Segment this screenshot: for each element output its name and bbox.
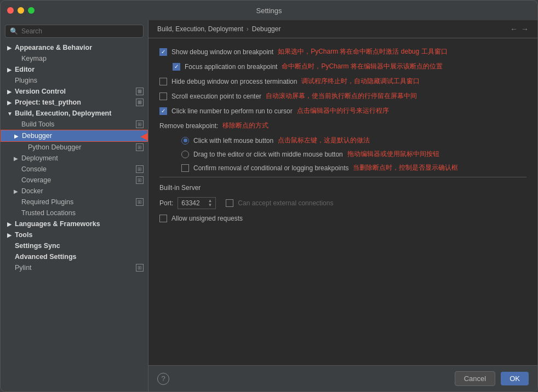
confirm-removal-label-cn: 当删除断点时，控制是否显示确认框 [353, 163, 458, 172]
ok-button[interactable]: OK [501, 372, 529, 385]
click-line-checkbox[interactable] [159, 107, 167, 115]
hide-debug-checkbox[interactable] [159, 78, 167, 85]
hide-debug-label-cn: 调试程序终止时，自动隐藏调试工具窗口 [301, 77, 420, 86]
drag-middle-radio-row: Drag to the editor or click with middle … [159, 149, 526, 159]
help-button[interactable]: ? [157, 373, 169, 385]
settings-icon: ⊞ [136, 88, 144, 95]
sidebar-item-appearance[interactable]: ▶ Appearance & Behavior [1, 42, 148, 53]
breadcrumb-current: Debugger [252, 25, 281, 33]
sidebar-item-coverage[interactable]: Coverage ⊞ [1, 175, 148, 186]
titlebar: Settings [1, 1, 537, 20]
sidebar-item-pylint[interactable]: Pylint ⊞ [1, 262, 148, 273]
sidebar-item-required-plugins[interactable]: Required Plugins ⊞ [1, 197, 148, 207]
traffic-lights [7, 7, 35, 14]
arrow-icon: ▶ [14, 155, 19, 162]
breadcrumb-parent: Build, Execution, Deployment [157, 25, 243, 33]
scroll-exec-label-cn: 自动滚动屏幕，使当前执行断点的行停留在屏幕中间 [266, 91, 417, 101]
external-connections-checkbox[interactable] [226, 199, 233, 207]
arrow-icon: ▶ [7, 45, 13, 51]
arrow-icon: ▶ [14, 133, 20, 139]
drag-middle-label: Drag to the editor or click with middle … [193, 151, 343, 158]
search-input[interactable] [21, 27, 139, 35]
sidebar-item-console[interactable]: Console ⊞ [1, 164, 148, 175]
port-row: Port: ▲ ▼ Can accept external connection… [159, 197, 526, 209]
sidebar-item-build-exec[interactable]: ▼ Build, Execution, Deployment [1, 108, 148, 119]
nav-forward[interactable]: → [521, 25, 529, 33]
remove-bp-section: Remove breakpoint: 移除断点的方式 [159, 121, 526, 130]
settings-icon: ⊞ [136, 264, 144, 272]
allow-unsigned-row: Allow unsigned requests [159, 215, 526, 222]
main-content: 🔍 ▶ Appearance & Behavior Keymap ▶ Edito… [1, 20, 537, 391]
close-button[interactable] [7, 7, 14, 14]
hide-debug-row: Hide debug window on process termination… [159, 77, 526, 86]
settings-icon: ⊞ [136, 143, 144, 151]
cancel-button[interactable]: Cancel [455, 371, 495, 386]
server-title: Built-in Server [159, 184, 526, 192]
settings-content: Show debug window on breakpoint 如果选中，PyC… [148, 38, 537, 365]
sidebar-item-tools[interactable]: ▶ Tools [1, 229, 148, 240]
settings-icon: ⊞ [136, 99, 144, 106]
remove-bp-label-cn: 移除断点的方式 [222, 121, 268, 130]
sidebar-tree: ▶ Appearance & Behavior Keymap ▶ Editor … [1, 40, 148, 391]
arrow-icon: ▼ [7, 111, 13, 117]
sidebar-item-trusted-locations[interactable]: Trusted Locations [1, 207, 148, 218]
show-debug-checkbox[interactable] [159, 48, 167, 56]
sidebar-item-languages[interactable]: ▶ Languages & Frameworks [1, 218, 148, 229]
left-click-radio[interactable] [181, 137, 189, 145]
sidebar-item-python-debugger[interactable]: Python Debugger ⊞ [1, 142, 148, 153]
arrow-icon: ▶ [7, 89, 13, 95]
minimize-button[interactable] [18, 7, 24, 14]
sidebar-item-editor[interactable]: ▶ Editor [1, 64, 148, 75]
allow-unsigned-checkbox[interactable] [159, 215, 167, 222]
breadcrumb: Build, Execution, Deployment › Debugger … [148, 20, 537, 38]
sidebar-item-build-tools[interactable]: Build Tools ⊞ [1, 119, 148, 130]
spinner-down[interactable]: ▼ [208, 203, 212, 207]
sidebar-item-version-control[interactable]: ▶ Version Control ⊞ [1, 86, 148, 97]
sidebar-item-debugger[interactable]: ▶ Debugger ◀ [1, 130, 148, 142]
sidebar-item-plugins[interactable]: Plugins [1, 75, 148, 86]
arrow-icon: ▶ [7, 67, 13, 73]
left-click-radio-row: Click with left mouse button 点击鼠标左键，这是默认… [159, 136, 526, 145]
allow-unsigned-label: Allow unsigned requests [171, 215, 243, 222]
arrow-icon: ▶ [7, 221, 13, 227]
built-in-server: Built-in Server Port: ▲ ▼ Can accept ext… [159, 177, 526, 222]
show-debug-label: Show debug window on breakpoint [171, 48, 273, 56]
sidebar-item-project[interactable]: ▶ Project: test_python ⊞ [1, 97, 148, 108]
sidebar-item-keymap[interactable]: Keymap [1, 53, 148, 64]
click-line-row: Click line number to perform run to curs… [159, 106, 526, 116]
confirm-removal-checkbox[interactable] [181, 164, 189, 172]
scroll-exec-checkbox[interactable] [159, 93, 167, 100]
port-spinner: ▲ ▼ [208, 199, 212, 207]
sidebar-item-deployment[interactable]: ▶ Deployment [1, 153, 148, 164]
sidebar-item-advanced-settings[interactable]: Advanced Settings [1, 251, 148, 262]
footer: ? Cancel OK [148, 365, 537, 391]
sidebar: 🔍 ▶ Appearance & Behavior Keymap ▶ Edito… [1, 20, 148, 391]
maximize-button[interactable] [28, 7, 35, 14]
sidebar-item-settings-sync[interactable]: Settings Sync [1, 240, 148, 251]
window-title: Settings [256, 7, 282, 15]
focus-app-checkbox[interactable] [173, 63, 180, 71]
remove-bp-label: Remove breakpoint: [159, 122, 218, 130]
settings-icon: ⊞ [136, 198, 144, 206]
nav-arrows: ← → [510, 25, 529, 33]
search-box[interactable]: 🔍 [5, 25, 144, 38]
port-label: Port: [159, 199, 173, 207]
settings-icon: ⊞ [136, 176, 144, 184]
drag-middle-radio[interactable] [181, 151, 189, 158]
drag-middle-label-cn: 拖动编辑器或使用鼠标中间按钮 [347, 149, 439, 159]
nav-back[interactable]: ← [510, 25, 518, 33]
confirm-removal-label: Confirm removal of conditional or loggin… [193, 164, 348, 172]
port-field[interactable] [181, 199, 206, 207]
red-arrow-icon: ◀ [140, 129, 148, 142]
click-line-label: Click line number to perform run to curs… [171, 107, 293, 115]
right-panel: Build, Execution, Deployment › Debugger … [148, 20, 537, 391]
focus-app-label: Focus application on breakpoint [185, 63, 277, 71]
sidebar-item-docker[interactable]: ▶ Docker [1, 186, 148, 197]
scroll-exec-label: Scroll execution point to center [171, 93, 261, 100]
settings-icon: ⊞ [136, 165, 144, 173]
scroll-exec-row: Scroll execution point to center 自动滚动屏幕，… [159, 91, 526, 101]
arrow-icon: ▶ [7, 100, 13, 106]
search-icon: 🔍 [10, 27, 18, 35]
port-input-container: ▲ ▼ [178, 197, 216, 209]
arrow-icon: ▶ [14, 188, 19, 194]
